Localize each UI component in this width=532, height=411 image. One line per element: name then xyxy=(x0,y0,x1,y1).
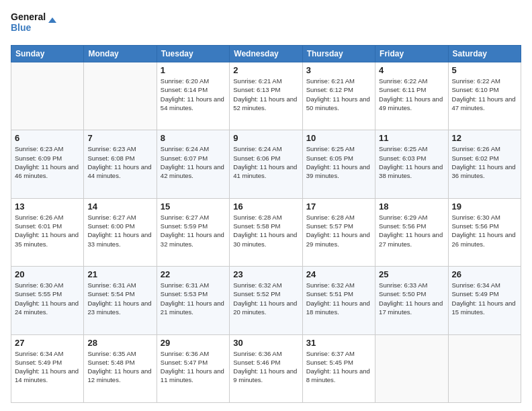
day-info: Sunrise: 6:34 AM Sunset: 5:49 PM Dayligh… xyxy=(15,349,80,385)
day-number: 19 xyxy=(452,201,517,212)
day-info: Sunrise: 6:25 AM Sunset: 6:03 PM Dayligh… xyxy=(379,144,444,180)
day-cell: 19Sunrise: 6:30 AM Sunset: 5:56 PM Dayli… xyxy=(448,198,521,266)
day-cell xyxy=(11,62,84,130)
day-info: Sunrise: 6:23 AM Sunset: 6:09 PM Dayligh… xyxy=(15,144,80,180)
day-number: 13 xyxy=(15,201,80,212)
weekday-header-friday: Friday xyxy=(375,46,448,62)
day-cell: 29Sunrise: 6:36 AM Sunset: 5:47 PM Dayli… xyxy=(157,334,229,402)
day-cell: 3Sunrise: 6:21 AM Sunset: 6:12 PM Daylig… xyxy=(302,62,375,130)
day-number: 27 xyxy=(15,338,80,348)
day-info: Sunrise: 6:31 AM Sunset: 5:53 PM Dayligh… xyxy=(161,281,226,316)
day-cell: 23Sunrise: 6:32 AM Sunset: 5:52 PM Dayli… xyxy=(230,267,302,334)
day-cell: 10Sunrise: 6:25 AM Sunset: 6:05 PM Dayli… xyxy=(302,130,375,198)
day-cell: 25Sunrise: 6:33 AM Sunset: 5:50 PM Dayli… xyxy=(375,267,448,334)
day-number: 22 xyxy=(161,269,226,279)
day-info: Sunrise: 6:30 AM Sunset: 5:55 PM Dayligh… xyxy=(15,281,80,316)
day-cell: 22Sunrise: 6:31 AM Sunset: 5:53 PM Dayli… xyxy=(157,267,229,334)
day-info: Sunrise: 6:35 AM Sunset: 5:48 PM Dayligh… xyxy=(87,349,152,385)
day-number: 10 xyxy=(306,133,371,143)
day-number: 16 xyxy=(233,201,298,212)
day-cell: 17Sunrise: 6:28 AM Sunset: 5:57 PM Dayli… xyxy=(302,198,375,266)
day-info: Sunrise: 6:26 AM Sunset: 6:01 PM Dayligh… xyxy=(15,213,80,248)
day-info: Sunrise: 6:37 AM Sunset: 5:45 PM Dayligh… xyxy=(306,349,371,385)
day-cell: 8Sunrise: 6:24 AM Sunset: 6:07 PM Daylig… xyxy=(157,130,229,198)
day-number: 6 xyxy=(15,133,80,143)
day-number: 28 xyxy=(87,338,152,348)
weekday-header-row: SundayMondayTuesdayWednesdayThursdayFrid… xyxy=(11,46,521,62)
day-info: Sunrise: 6:27 AM Sunset: 5:59 PM Dayligh… xyxy=(161,213,226,248)
day-info: Sunrise: 6:29 AM Sunset: 5:56 PM Dayligh… xyxy=(379,213,444,248)
week-row-1: 1Sunrise: 6:20 AM Sunset: 6:14 PM Daylig… xyxy=(11,62,521,130)
day-cell: 12Sunrise: 6:26 AM Sunset: 6:02 PM Dayli… xyxy=(448,130,521,198)
day-number: 1 xyxy=(161,65,226,75)
day-info: Sunrise: 6:31 AM Sunset: 5:54 PM Dayligh… xyxy=(87,281,152,316)
day-number: 31 xyxy=(306,338,371,348)
weekday-header-wednesday: Wednesday xyxy=(230,46,302,62)
weekday-header-sunday: Sunday xyxy=(11,46,84,62)
day-number: 14 xyxy=(87,201,152,212)
day-info: Sunrise: 6:24 AM Sunset: 6:06 PM Dayligh… xyxy=(233,144,298,180)
day-number: 3 xyxy=(306,65,371,75)
page: General Blue SundayMondayTuesdayWednesda… xyxy=(0,0,532,411)
day-cell: 20Sunrise: 6:30 AM Sunset: 5:55 PM Dayli… xyxy=(11,267,84,334)
header: General Blue xyxy=(11,8,521,38)
day-number: 9 xyxy=(233,133,298,143)
logo: General Blue xyxy=(11,8,58,38)
day-number: 2 xyxy=(233,65,298,75)
day-number: 24 xyxy=(306,269,371,279)
day-cell: 27Sunrise: 6:34 AM Sunset: 5:49 PM Dayli… xyxy=(11,334,84,402)
day-cell: 24Sunrise: 6:32 AM Sunset: 5:51 PM Dayli… xyxy=(302,267,375,334)
day-info: Sunrise: 6:32 AM Sunset: 5:52 PM Dayligh… xyxy=(233,281,298,316)
day-cell: 2Sunrise: 6:21 AM Sunset: 6:13 PM Daylig… xyxy=(230,62,302,130)
day-cell: 5Sunrise: 6:22 AM Sunset: 6:10 PM Daylig… xyxy=(448,62,521,130)
day-number: 11 xyxy=(379,133,444,143)
weekday-header-tuesday: Tuesday xyxy=(157,46,229,62)
day-number: 4 xyxy=(379,65,444,75)
day-number: 30 xyxy=(233,338,298,348)
day-number: 20 xyxy=(15,269,80,279)
day-info: Sunrise: 6:23 AM Sunset: 6:08 PM Dayligh… xyxy=(87,144,152,180)
day-cell: 31Sunrise: 6:37 AM Sunset: 5:45 PM Dayli… xyxy=(302,334,375,402)
day-info: Sunrise: 6:30 AM Sunset: 5:56 PM Dayligh… xyxy=(452,213,517,248)
day-cell: 9Sunrise: 6:24 AM Sunset: 6:06 PM Daylig… xyxy=(230,130,302,198)
day-cell xyxy=(448,334,521,402)
svg-text:Blue: Blue xyxy=(11,22,32,33)
day-info: Sunrise: 6:36 AM Sunset: 5:46 PM Dayligh… xyxy=(233,349,298,385)
day-info: Sunrise: 6:32 AM Sunset: 5:51 PM Dayligh… xyxy=(306,281,371,316)
day-info: Sunrise: 6:24 AM Sunset: 6:07 PM Dayligh… xyxy=(161,144,226,180)
day-number: 18 xyxy=(379,201,444,212)
day-cell: 6Sunrise: 6:23 AM Sunset: 6:09 PM Daylig… xyxy=(11,130,84,198)
day-cell: 28Sunrise: 6:35 AM Sunset: 5:48 PM Dayli… xyxy=(84,334,157,402)
week-row-3: 13Sunrise: 6:26 AM Sunset: 6:01 PM Dayli… xyxy=(11,198,521,266)
day-number: 21 xyxy=(87,269,152,279)
day-cell: 16Sunrise: 6:28 AM Sunset: 5:58 PM Dayli… xyxy=(230,198,302,266)
day-info: Sunrise: 6:22 AM Sunset: 6:11 PM Dayligh… xyxy=(379,77,444,112)
day-info: Sunrise: 6:21 AM Sunset: 6:13 PM Dayligh… xyxy=(233,77,298,112)
day-info: Sunrise: 6:34 AM Sunset: 5:49 PM Dayligh… xyxy=(452,281,517,316)
day-number: 17 xyxy=(306,201,371,212)
day-info: Sunrise: 6:20 AM Sunset: 6:14 PM Dayligh… xyxy=(161,77,226,112)
day-cell: 15Sunrise: 6:27 AM Sunset: 5:59 PM Dayli… xyxy=(157,198,229,266)
day-number: 8 xyxy=(161,133,226,143)
day-cell: 21Sunrise: 6:31 AM Sunset: 5:54 PM Dayli… xyxy=(84,267,157,334)
day-info: Sunrise: 6:25 AM Sunset: 6:05 PM Dayligh… xyxy=(306,144,371,180)
day-cell: 4Sunrise: 6:22 AM Sunset: 6:11 PM Daylig… xyxy=(375,62,448,130)
day-cell: 1Sunrise: 6:20 AM Sunset: 6:14 PM Daylig… xyxy=(157,62,229,130)
day-number: 25 xyxy=(379,269,444,279)
day-number: 26 xyxy=(452,269,517,279)
week-row-5: 27Sunrise: 6:34 AM Sunset: 5:49 PM Dayli… xyxy=(11,334,521,402)
weekday-header-saturday: Saturday xyxy=(448,46,521,62)
week-row-4: 20Sunrise: 6:30 AM Sunset: 5:55 PM Dayli… xyxy=(11,267,521,334)
day-cell xyxy=(84,62,157,130)
svg-marker-2 xyxy=(48,17,56,23)
day-cell: 7Sunrise: 6:23 AM Sunset: 6:08 PM Daylig… xyxy=(84,130,157,198)
day-info: Sunrise: 6:36 AM Sunset: 5:47 PM Dayligh… xyxy=(161,349,226,385)
day-cell: 14Sunrise: 6:27 AM Sunset: 6:00 PM Dayli… xyxy=(84,198,157,266)
day-number: 7 xyxy=(87,133,152,143)
day-info: Sunrise: 6:28 AM Sunset: 5:58 PM Dayligh… xyxy=(233,213,298,248)
weekday-header-monday: Monday xyxy=(84,46,157,62)
day-number: 5 xyxy=(452,65,517,75)
day-info: Sunrise: 6:21 AM Sunset: 6:12 PM Dayligh… xyxy=(306,77,371,112)
day-number: 15 xyxy=(161,201,226,212)
day-info: Sunrise: 6:26 AM Sunset: 6:02 PM Dayligh… xyxy=(452,144,517,180)
